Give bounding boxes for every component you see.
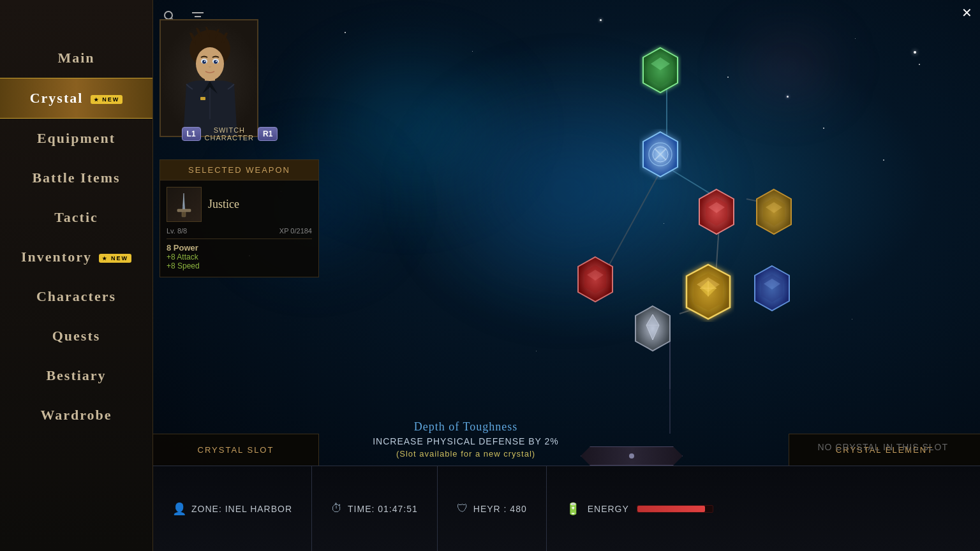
crystal-badge: NEW [91,95,123,104]
switch-character-label: Switch [205,126,254,134]
weapon-stat-attack: +8 Attack [167,253,312,261]
sidebar-label-crystal: Crystal [30,90,84,106]
svg-point-4 [196,47,224,80]
crystal-node-gold-mid[interactable] [752,186,796,237]
tooltip-description: Increase physical defense by 2% [325,436,606,446]
crystal-slot-label: Crystal slot [198,445,274,455]
sidebar-item-main[interactable]: Main [0,38,152,78]
zone-label: Zone: Inel Harbor [191,504,292,514]
heyr-label: Heyr : 480 [473,504,527,514]
sidebar-item-crystal[interactable]: Crystal NEW [0,78,152,119]
sidebar-label-bestiary: Bestiary [46,367,106,383]
character-portrait: L1 Switch Character R1 [160,19,300,147]
svg-point-8 [214,60,218,64]
crystal-node-gold-bot[interactable] [681,261,736,322]
main-content: L1 Switch Character R1 Selected Weapon [153,0,980,551]
energy-label: Energy [588,504,629,514]
sidebar: Main Crystal NEW Equipment Battle Items … [0,0,153,551]
tooltip-availability: (Slot available for a new crystal) [325,449,606,459]
svg-point-9 [204,61,205,62]
time-label: Time: 01:47:51 [348,504,418,514]
svg-point-0 [165,11,172,19]
sidebar-label-quests: Quests [52,328,101,344]
sidebar-label-main: Main [57,50,94,66]
crystal-tree [325,26,900,446]
switch-character-control[interactable]: L1 Switch Character R1 [160,126,300,142]
weapon-panel: Selected Weapon Justice [160,159,319,277]
sidebar-label-equipment: Equipment [37,130,115,146]
inventory-badge: NEW [99,254,131,263]
svg-rect-13 [200,97,205,100]
close-button[interactable]: ✕ [961,5,972,20]
sidebar-label-characters: Characters [36,288,116,304]
energy-bar-fill [637,506,705,512]
crystal-slot-panel: Crystal slot [153,434,319,466]
sidebar-item-quests[interactable]: Quests [0,316,152,356]
r1-button[interactable]: R1 [258,127,278,141]
crystal-node-red-bot[interactable] [573,254,618,305]
svg-rect-15 [177,209,191,212]
status-bar: 👤 Zone: Inel Harbor ⏱ Time: 01:47:51 🛡 H… [153,466,980,551]
weapon-name: Justice [208,198,239,211]
sidebar-label-inventory: Inventory [21,249,92,265]
energy-bar-bg [637,505,713,513]
crystal-node-silver[interactable] [630,303,675,354]
crystal-node-green[interactable] [638,45,683,96]
weapon-icon-box [167,187,202,222]
sidebar-item-characters[interactable]: Characters [0,277,152,316]
weapon-stat-speed: +8 Speed [167,261,312,270]
sidebar-label-tactic: Tactic [54,209,98,225]
sidebar-item-wardrobe[interactable]: Wardrobe [0,395,152,435]
sidebar-item-bestiary[interactable]: Bestiary [0,356,152,395]
switch-character-label2: Character [205,134,254,142]
crystal-tooltip: Depth of Toughness Increase physical def… [325,420,606,459]
heyr-icon: 🛡 [457,502,468,515]
l1-button[interactable]: L1 [182,127,201,141]
svg-point-10 [216,61,217,62]
tooltip-name: Depth of Toughness [325,420,606,434]
crystal-node-active[interactable] [638,129,683,180]
svg-rect-16 [182,212,186,217]
energy-icon: 🔋 [566,502,580,516]
weapon-power: 8 Power [167,243,312,253]
crystal-node-blue-bot[interactable] [750,263,794,314]
connector-dot [629,453,634,459]
sidebar-item-equipment[interactable]: Equipment [0,119,152,158]
weapon-panel-header: Selected Weapon [160,160,318,180]
no-crystal-text: No crystal in this slot [817,442,948,452]
sidebar-label-wardrobe: Wardrobe [40,407,112,423]
weapon-level-text: Lv. 8/8 [167,227,187,235]
crystal-node-red-mid[interactable] [694,186,739,237]
zone-icon: 👤 [172,502,186,516]
sidebar-item-inventory[interactable]: Inventory NEW [0,237,152,277]
svg-point-7 [202,60,206,64]
weapon-xp-text: XP 0/2184 [279,227,312,235]
time-icon: ⏱ [331,502,343,515]
sidebar-item-tactic[interactable]: Tactic [0,198,152,237]
portrait-box [160,19,258,137]
sidebar-label-battle-items: Battle Items [32,170,120,186]
sidebar-item-battle-items[interactable]: Battle Items [0,158,152,198]
